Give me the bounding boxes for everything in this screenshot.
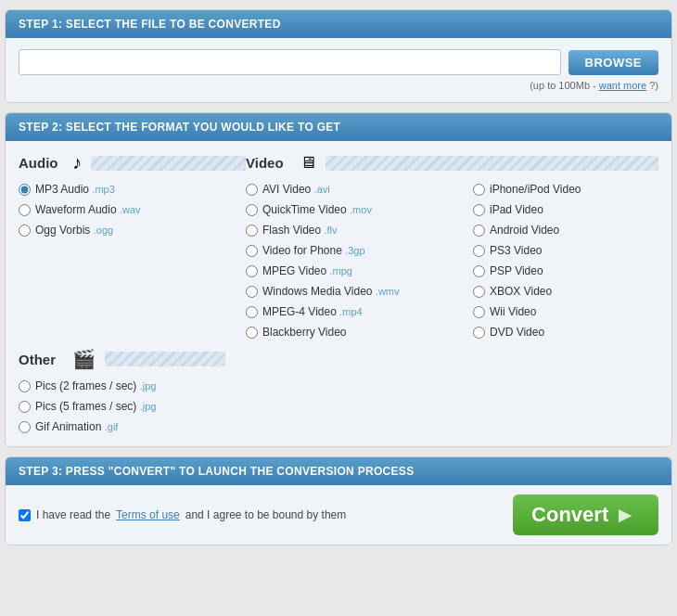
list-item[interactable]: iPad Video — [473, 201, 672, 218]
terms-suffix: and I agree to be bound by them — [185, 508, 346, 521]
other-divider — [105, 352, 225, 366]
terms-link[interactable]: Terms of use — [116, 508, 180, 521]
film-icon: 🎬 — [72, 348, 96, 370]
list-item[interactable]: Gif Animation .gif — [19, 418, 246, 435]
file-size-note: (up to 100Mb - want more ?) — [19, 80, 658, 95]
step2-body: Audio ♪ Video 🖥 MP3 Audio .mp3 — [6, 141, 671, 446]
list-item[interactable]: MPEG Video .mpg — [246, 263, 473, 279]
list-item[interactable]: AVI Video .avi — [246, 181, 473, 198]
monitor-icon: 🖥 — [300, 153, 316, 173]
list-item[interactable]: Blackberry Video — [246, 324, 473, 340]
convert-label: Convert — [531, 503, 608, 527]
wmv-radio[interactable] — [246, 286, 258, 298]
iphone-radio[interactable] — [473, 184, 485, 196]
other-label: Other — [19, 352, 63, 367]
audio-formats-col: MP3 Audio .mp3 Waveform Audio .wav Ogg V… — [19, 181, 246, 340]
audio-label: Audio — [19, 155, 63, 171]
list-item[interactable]: Windows Media Video .wmv — [246, 283, 473, 300]
mov-radio[interactable] — [246, 204, 258, 216]
video-formats-col2: iPhone/iPod Video iPad Video Android Vid… — [473, 181, 672, 340]
other-category-row: Other 🎬 — [19, 348, 658, 370]
list-item[interactable]: iPhone/iPod Video — [473, 181, 672, 198]
formats-grid: MP3 Audio .mp3 Waveform Audio .wav Ogg V… — [19, 181, 658, 340]
step2-section: STEP 2: SELECT THE FORMAT YOU WOULD LIKE… — [5, 112, 672, 447]
convert-arrow-icon: ► — [614, 502, 636, 528]
list-item[interactable]: DVD Video — [473, 324, 672, 340]
step2-header: STEP 2: SELECT THE FORMAT YOU WOULD LIKE… — [6, 113, 671, 141]
music-icon: ♪ — [72, 152, 82, 173]
ps3-radio[interactable] — [473, 245, 485, 257]
audio-category-row: Audio ♪ — [19, 152, 246, 173]
blackberry-radio[interactable] — [246, 327, 258, 339]
mp4-radio[interactable] — [246, 306, 258, 318]
list-item[interactable]: Android Video — [473, 222, 672, 238]
other-section: Other 🎬 Pics (2 frames / sec) .jpg Pics … — [19, 348, 658, 435]
step3-body: I have read the Terms of use and I agree… — [6, 485, 671, 545]
video-label: Video — [246, 155, 290, 171]
list-item[interactable]: PS3 Video — [473, 242, 672, 259]
file-path-input[interactable] — [19, 49, 561, 75]
list-item[interactable]: Wii Video — [473, 303, 672, 320]
step1-section: STEP 1: SELECT THE FILE TO BE CONVERTED … — [5, 9, 672, 103]
step1-body: BROWSE (up to 100Mb - want more ?) — [6, 38, 671, 102]
convert-button[interactable]: Convert ► — [513, 494, 658, 535]
xbox-radio[interactable] — [473, 286, 485, 298]
list-item[interactable]: XBOX Video — [473, 283, 672, 300]
video-divider — [326, 156, 658, 171]
ogg-radio[interactable] — [19, 225, 31, 237]
list-item[interactable]: MP3 Audio .mp3 — [19, 181, 246, 198]
file-input-row: BROWSE — [19, 49, 658, 75]
3gp-radio[interactable] — [246, 245, 258, 257]
audio-divider — [91, 156, 246, 171]
pics2-radio[interactable] — [19, 380, 31, 392]
mpg-radio[interactable] — [246, 265, 258, 277]
video-category-row: Video 🖥 — [246, 152, 658, 173]
psp-radio[interactable] — [473, 265, 485, 277]
step3-section: STEP 3: PRESS "CONVERT" TO LAUNCH THE CO… — [5, 456, 672, 545]
dvd-radio[interactable] — [473, 327, 485, 339]
main-container: STEP 1: SELECT THE FILE TO BE CONVERTED … — [5, 9, 672, 545]
list-item[interactable]: Ogg Vorbis .ogg — [19, 222, 246, 238]
video-formats-col1: AVI Video .avi QuickTime Video .mov Flas… — [246, 181, 473, 340]
want-more-link[interactable]: want more — [599, 80, 646, 91]
terms-checkbox[interactable] — [19, 509, 31, 521]
gif-radio[interactable] — [19, 421, 31, 433]
list-item[interactable]: QuickTime Video .mov — [246, 201, 473, 218]
list-item[interactable]: MPEG-4 Video .mp4 — [246, 303, 473, 320]
wav-radio[interactable] — [19, 204, 31, 216]
step1-header: STEP 1: SELECT THE FILE TO BE CONVERTED — [6, 10, 671, 38]
list-item[interactable]: Waveform Audio .wav — [19, 201, 246, 218]
mp3-radio[interactable] — [19, 184, 31, 196]
other-formats-col: Pics (2 frames / sec) .jpg Pics (5 frame… — [19, 378, 246, 435]
android-radio[interactable] — [473, 225, 485, 237]
other-formats-grid: Pics (2 frames / sec) .jpg Pics (5 frame… — [19, 378, 658, 435]
browse-button[interactable]: BROWSE — [568, 50, 659, 75]
list-item[interactable]: Video for Phone .3gp — [246, 242, 473, 259]
avi-radio[interactable] — [246, 184, 258, 196]
step3-header: STEP 3: PRESS "CONVERT" TO LAUNCH THE CO… — [6, 457, 671, 485]
list-item[interactable]: PSP Video — [473, 263, 672, 279]
terms-row: I have read the Terms of use and I agree… — [19, 508, 346, 521]
list-item[interactable]: Flash Video .flv — [246, 222, 473, 238]
list-item[interactable]: Pics (2 frames / sec) .jpg — [19, 378, 246, 394]
flv-radio[interactable] — [246, 225, 258, 237]
wii-radio[interactable] — [473, 306, 485, 318]
pics5-radio[interactable] — [19, 401, 31, 413]
terms-prefix: I have read the — [36, 508, 110, 521]
list-item[interactable]: Pics (5 frames / sec) .jpg — [19, 398, 246, 415]
ipad-radio[interactable] — [473, 204, 485, 216]
